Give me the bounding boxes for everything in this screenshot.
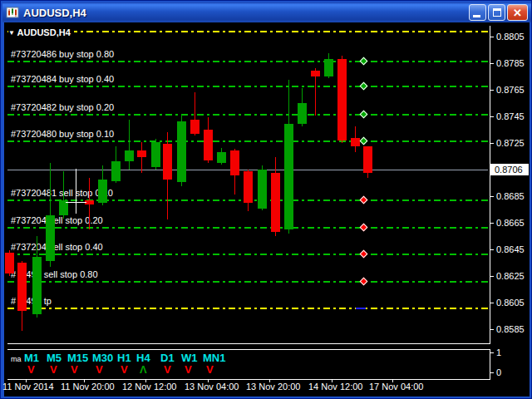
price-tick [490, 143, 494, 144]
price-axis-label[interactable]: 0.8665 [496, 218, 525, 228]
candle-wick [141, 142, 142, 173]
time-axis-label[interactable]: 11 Nov 20:00 [61, 382, 115, 392]
candle-body [324, 59, 333, 76]
order-line[interactable] [7, 61, 488, 62]
order-line[interactable] [7, 140, 488, 142]
candle-body [351, 138, 360, 146]
order-marker-diamond-icon[interactable] [360, 196, 368, 204]
timeframe-label-m30: M30 [92, 352, 113, 364]
price-tick [490, 303, 494, 303]
time-tick [208, 379, 209, 382]
time-axis-label[interactable]: 14 Nov 12:00 [308, 382, 362, 392]
order-line[interactable] [7, 254, 488, 255]
price-axis-label[interactable]: 0.8725 [496, 138, 525, 148]
order-line[interactable] [7, 227, 488, 229]
order-marker-diamond-icon[interactable] [360, 278, 368, 286]
candle-wick [129, 120, 130, 170]
price-tick [490, 329, 494, 330]
time-axis-label[interactable]: 17 Nov 04:00 [369, 382, 423, 392]
time-tick [84, 379, 85, 382]
time-tick [269, 379, 270, 382]
candle-body [125, 150, 134, 161]
symbol-period-label[interactable]: ▼ AUDUSD,H4 [8, 27, 74, 38]
candle-body [311, 71, 320, 76]
signal-arrow-down-icon: V [50, 364, 57, 376]
order-line-label[interactable]: #73720484 buy stop 0.40 [11, 74, 114, 84]
candle-body [230, 150, 239, 175]
order-line-label[interactable]: #737204 sell stop 0.40 [11, 242, 103, 252]
time-axis-label[interactable]: 13 Nov 20:00 [246, 382, 300, 392]
order-marker-diamond-icon[interactable] [360, 57, 368, 66]
price-tick [490, 116, 494, 117]
order-marker-diamond-icon[interactable] [360, 82, 368, 91]
tp-tick-icon [356, 308, 366, 309]
order-marker-diamond-icon[interactable] [360, 137, 368, 145]
main-chart-bottom-border [7, 343, 490, 344]
price-tick [490, 90, 494, 91]
candle-body [271, 173, 280, 232]
crosshair-icon [66, 202, 86, 203]
time-axis-label[interactable]: 13 Nov 04:00 [185, 382, 239, 392]
crosshair-icon [76, 169, 76, 214]
price-axis-label[interactable]: 0.8805 [496, 32, 525, 42]
order-line[interactable] [7, 281, 488, 283]
order-marker-diamond-icon[interactable] [360, 250, 368, 259]
sub-scale-tick [490, 372, 494, 373]
mt4-chart-window: AUDUSD,H4 ✕ #73720486 buy stop 0.80#7372… [0, 0, 532, 399]
price-axis-label[interactable]: 0.8745 [496, 111, 525, 121]
signal-arrow-down-icon: V [96, 364, 103, 376]
order-line[interactable] [7, 114, 488, 116]
price-tick [490, 276, 494, 277]
order-line[interactable] [7, 86, 488, 87]
time-tick [26, 379, 27, 382]
signal-arrow-down-icon: V [27, 364, 35, 376]
subwindow-top-border [7, 349, 490, 350]
order-line-label[interactable]: #73720482 buy stop 0.20 [11, 102, 114, 112]
subwindow-axis-border [490, 349, 490, 380]
price-tick [490, 37, 494, 37]
order-line[interactable] [7, 31, 488, 32]
candle-body [258, 170, 267, 209]
candle-body [137, 150, 146, 157]
candle-body [363, 146, 372, 173]
order-line-label[interactable]: #73720480 buy stop 0.10 [11, 129, 114, 139]
candle-body [298, 103, 307, 124]
price-axis-label[interactable]: 0.8625 [496, 271, 525, 281]
signal-arrow-down-icon: V [185, 364, 192, 376]
price-axis-label[interactable]: 0.8785 [496, 58, 525, 68]
signal-arrow-down-icon: V [121, 364, 128, 376]
timeframe-label-w1: W1 [181, 352, 198, 364]
price-tick [490, 223, 494, 224]
order-marker-diamond-icon[interactable] [360, 111, 368, 119]
time-tick [332, 379, 332, 382]
candle-body [163, 144, 172, 180]
time-axis-label[interactable]: 11 Nov 2014 [2, 382, 54, 392]
price-axis-label[interactable]: 0.8685 [496, 191, 525, 201]
candle-body [17, 263, 27, 311]
price-axis-label[interactable]: 0.8765 [496, 85, 525, 95]
price-axis-label[interactable]: 0.8605 [496, 298, 525, 308]
indicator-name-label: ma [11, 355, 22, 363]
price-tick [490, 196, 494, 197]
timeframe-label-d1: D1 [160, 352, 175, 364]
timeframe-label-mn1: MN1 [203, 352, 225, 364]
chart-dropdown-icon: ▼ [8, 29, 15, 37]
order-line-label[interactable]: #73720486 buy stop 0.80 [11, 49, 114, 59]
sub-scale-tick [490, 352, 494, 353]
order-marker-diamond-icon[interactable] [360, 224, 368, 232]
candle-body [111, 161, 121, 181]
signal-arrow-down-icon: V [71, 364, 78, 376]
candle-body [244, 171, 253, 203]
candle-body [284, 124, 293, 229]
subwindow-bottom-border [7, 379, 490, 380]
price-tick [490, 63, 494, 64]
signal-arrow-down-icon: V [164, 364, 171, 376]
candle-body [177, 121, 186, 182]
order-line[interactable] [7, 308, 488, 309]
timeframe-label-h1: H1 [117, 352, 131, 364]
price-tick [490, 249, 494, 250]
price-axis-label[interactable]: 0.8585 [496, 324, 525, 334]
current-price-tag: 0.8706 [490, 164, 529, 175]
time-axis-label[interactable]: 12 Nov 12:00 [122, 382, 176, 392]
price-axis-label[interactable]: 0.8645 [496, 244, 525, 254]
